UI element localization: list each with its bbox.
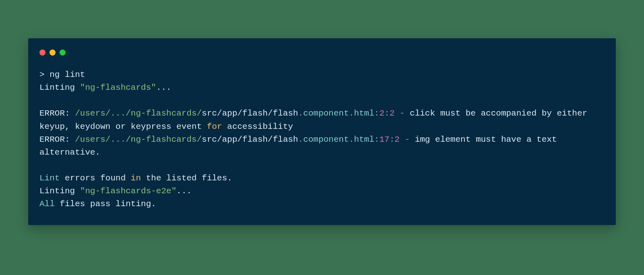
linting-label: Linting bbox=[39, 186, 80, 196]
error-path-rel: src/app/flash/flash bbox=[202, 135, 298, 144]
loc-col: 2 bbox=[394, 135, 400, 144]
dot: . bbox=[298, 135, 303, 144]
error-label: ERROR: bbox=[39, 109, 75, 118]
path-ext: html bbox=[354, 135, 374, 144]
loc-line: 2 bbox=[379, 109, 384, 118]
summary-text: errors found bbox=[60, 174, 130, 183]
pass-word: All bbox=[39, 199, 55, 209]
dot: . bbox=[349, 109, 354, 118]
command-text: ng lint bbox=[50, 70, 85, 79]
path-ext: html bbox=[354, 109, 374, 118]
error-message-part: accessibility bbox=[222, 122, 293, 131]
error-path-root: /users/.../ng-flashcards/ bbox=[75, 109, 202, 118]
quote-open: " bbox=[80, 83, 85, 92]
terminal-output: > ng lint Linting "ng-flashcards"... ERR… bbox=[39, 68, 605, 211]
keyword-for: for bbox=[207, 122, 222, 131]
close-icon[interactable] bbox=[39, 50, 45, 56]
error-path-root: /users/.../ng-flashcards/ bbox=[75, 135, 202, 144]
prompt-symbol: > bbox=[39, 70, 45, 79]
loc-colon: : bbox=[374, 109, 380, 118]
path-component: component bbox=[303, 109, 349, 118]
ellipsis: ... bbox=[156, 83, 171, 92]
loc-col: 2 bbox=[390, 109, 395, 118]
quote-close: " bbox=[171, 186, 177, 196]
summary-text: the listed files. bbox=[141, 174, 232, 183]
loc-colon: : bbox=[384, 109, 390, 118]
zoom-icon[interactable] bbox=[60, 50, 66, 56]
quote-open: " bbox=[80, 186, 85, 196]
loc-colon: : bbox=[374, 135, 380, 144]
minimize-icon[interactable] bbox=[50, 50, 56, 56]
dot: . bbox=[298, 109, 303, 118]
pass-text: files pass linting. bbox=[55, 199, 156, 209]
summary-word: Lint bbox=[39, 174, 60, 183]
loc-line: 17 bbox=[379, 135, 389, 144]
dash: - bbox=[394, 109, 410, 118]
loc-colon: : bbox=[390, 135, 395, 144]
quote-close: " bbox=[151, 83, 156, 92]
ellipsis: ... bbox=[176, 186, 192, 196]
dash: - bbox=[400, 135, 415, 144]
error-path-rel: src/app/flash/flash bbox=[202, 109, 298, 118]
terminal-window: > ng lint Linting "ng-flashcards"... ERR… bbox=[28, 38, 616, 225]
project-name: ng-flashcards bbox=[85, 83, 151, 92]
keyword-in: in bbox=[131, 174, 141, 183]
project-name: ng-flashcards-e2e bbox=[85, 186, 171, 196]
stage: > ng lint Linting "ng-flashcards"... ERR… bbox=[0, 0, 644, 275]
linting-label: Linting bbox=[39, 83, 80, 92]
path-component: component bbox=[303, 135, 349, 144]
dot: . bbox=[349, 135, 354, 144]
window-controls bbox=[39, 50, 605, 56]
error-label: ERROR: bbox=[39, 135, 75, 144]
